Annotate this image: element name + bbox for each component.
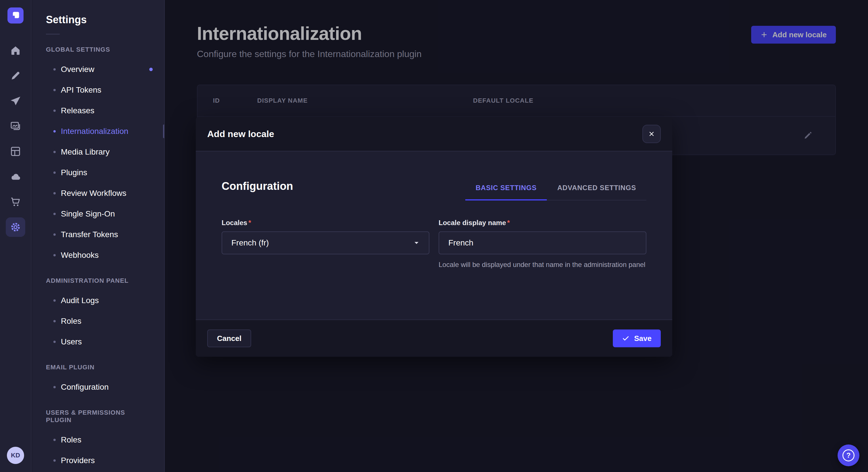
bullet-icon — [53, 89, 56, 91]
configuration-row: Configuration BASIC SETTINGS ADVANCED SE… — [222, 180, 646, 200]
sidebar-item-transfer-tokens[interactable]: Transfer Tokens — [32, 224, 164, 245]
sidebar-item-webhooks[interactable]: Webhooks — [32, 245, 164, 266]
cancel-button[interactable]: Cancel — [207, 330, 251, 347]
locale-form: Locales * French (fr) Locale display nam… — [222, 219, 646, 269]
section-label: USERS & PERMISSIONS PLUGIN — [32, 409, 164, 424]
bullet-icon — [53, 341, 56, 343]
gear-icon — [10, 222, 21, 233]
app-viewport: KD Settings GLOBAL SETTINGS Overview API… — [0, 0, 868, 472]
bullet-icon — [53, 213, 56, 215]
notification-dot-icon — [149, 68, 153, 71]
sidebar-item-admin-roles[interactable]: Roles — [32, 311, 164, 332]
releases-nav-button[interactable] — [6, 91, 25, 111]
required-asterisk: * — [248, 219, 251, 227]
tab-advanced-settings[interactable]: ADVANCED SETTINGS — [547, 184, 646, 200]
sidebar-item-audit-logs[interactable]: Audit Logs — [32, 290, 164, 311]
save-button[interactable]: Save — [613, 330, 661, 347]
section-email-plugin: EMAIL PLUGIN Configuration — [32, 364, 164, 398]
home-icon — [10, 45, 21, 56]
settings-nav: GLOBAL SETTINGS Overview API Tokens Rele… — [32, 46, 164, 471]
avatar[interactable]: KD — [7, 447, 24, 464]
sidebar-item-overview[interactable]: Overview — [32, 59, 164, 80]
bullet-icon — [53, 109, 56, 112]
sidebar-item-admin-users[interactable]: Users — [32, 332, 164, 352]
sidebar-item-internationalization[interactable]: Internationalization — [32, 121, 164, 142]
sidebar-item-review-workflows[interactable]: Review Workflows — [32, 183, 164, 204]
strapi-logo-icon — [10, 10, 21, 21]
modal-close-button[interactable] — [642, 125, 661, 143]
content-manager-icon — [10, 70, 21, 81]
chevron-down-icon — [413, 240, 420, 246]
sidebar-header: Settings — [32, 0, 164, 34]
content-manager-nav-button[interactable] — [6, 66, 25, 86]
sidebar-item-releases[interactable]: Releases — [32, 100, 164, 121]
bullet-icon — [53, 171, 56, 174]
media-library-icon — [10, 121, 21, 132]
bullet-icon — [53, 254, 56, 256]
bullet-icon — [53, 68, 56, 71]
modal-footer: Cancel Save — [196, 319, 672, 357]
bullet-icon — [53, 320, 56, 322]
display-name-input[interactable] — [439, 231, 646, 255]
sidebar-item-api-tokens[interactable]: API Tokens — [32, 80, 164, 100]
marketplace-nav-button[interactable] — [6, 192, 25, 212]
strapi-logo[interactable] — [7, 7, 24, 24]
sidebar-item-up-roles[interactable]: Roles — [32, 430, 164, 450]
settings-tabs: BASIC SETTINGS ADVANCED SETTINGS — [465, 184, 646, 200]
display-name-label: Locale display name * — [439, 219, 646, 227]
close-icon — [648, 131, 655, 137]
home-nav-button[interactable] — [6, 41, 25, 60]
section-global-settings: GLOBAL SETTINGS Overview API Tokens Rele… — [32, 46, 164, 266]
sidebar-item-plugins[interactable]: Plugins — [32, 162, 164, 183]
modal-title: Add new locale — [207, 129, 274, 139]
locales-select-value: French (fr) — [231, 238, 269, 247]
settings-nav-button[interactable] — [6, 217, 25, 237]
section-users-permissions-plugin: USERS & PERMISSIONS PLUGIN Roles Provide… — [32, 409, 164, 471]
media-library-nav-button[interactable] — [6, 116, 25, 136]
sidebar-item-media-library[interactable]: Media Library — [32, 142, 164, 162]
bullet-icon — [53, 151, 56, 153]
locales-label: Locales * — [222, 219, 429, 227]
sidebar-item-email-configuration[interactable]: Configuration — [32, 377, 164, 398]
settings-sidebar: Settings GLOBAL SETTINGS Overview API To… — [32, 0, 165, 472]
add-locale-modal: Add new locale Configuration BASIC SETTI… — [196, 117, 672, 357]
required-asterisk: * — [507, 219, 510, 227]
configuration-heading: Configuration — [222, 180, 293, 200]
locales-select[interactable]: French (fr) — [222, 231, 429, 255]
section-administration-panel: ADMINISTRATION PANEL Audit Logs Roles Us… — [32, 277, 164, 352]
section-label: ADMINISTRATION PANEL — [32, 277, 164, 284]
modal-header: Add new locale — [196, 117, 672, 151]
section-label: EMAIL PLUGIN — [32, 364, 164, 371]
help-button[interactable]: ? — [838, 444, 859, 466]
bullet-icon — [53, 299, 56, 302]
paper-plane-icon — [10, 95, 21, 107]
check-icon — [622, 335, 629, 342]
question-icon: ? — [842, 449, 855, 461]
section-label: GLOBAL SETTINGS — [32, 46, 164, 53]
rail-nav — [6, 41, 25, 237]
sidebar-title-divider — [46, 34, 60, 34]
display-name-hint: Locale will be displayed under that name… — [439, 260, 646, 269]
bullet-icon — [53, 130, 56, 133]
shopping-cart-icon — [10, 196, 21, 208]
modal-body: Configuration BASIC SETTINGS ADVANCED SE… — [196, 151, 672, 319]
bullet-icon — [53, 233, 56, 236]
main-nav-rail: KD — [0, 0, 32, 472]
layout-icon — [10, 146, 21, 157]
sidebar-item-providers[interactable]: Providers — [32, 450, 164, 471]
display-name-field: Locale display name * Locale will be dis… — [439, 219, 646, 269]
content-type-builder-nav-button[interactable] — [6, 142, 25, 161]
tab-basic-settings[interactable]: BASIC SETTINGS — [465, 184, 547, 200]
bullet-icon — [53, 439, 56, 441]
bullet-icon — [53, 460, 56, 462]
deploy-nav-button[interactable] — [6, 167, 25, 187]
cloud-icon — [10, 171, 21, 182]
bullet-icon — [53, 192, 56, 194]
locales-field: Locales * French (fr) — [222, 219, 429, 269]
sidebar-title: Settings — [46, 14, 150, 26]
sidebar-item-single-sign-on[interactable]: Single Sign-On — [32, 204, 164, 224]
bullet-icon — [53, 386, 56, 388]
